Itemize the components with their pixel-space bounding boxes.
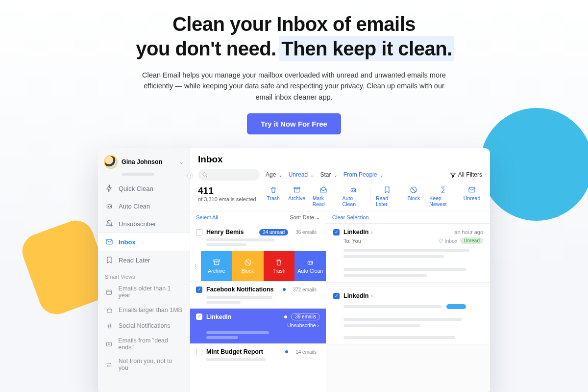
group-name: Mint Budget Report	[206, 348, 281, 355]
nav-label: Inbox	[119, 238, 136, 246]
calendar-icon	[105, 287, 114, 296]
checkbox[interactable]	[333, 229, 340, 235]
svg-point-10	[352, 190, 353, 190]
preview-column: Clear Selection LinkedIn › an hour ago T…	[326, 211, 490, 392]
inbox-icon	[105, 237, 114, 246]
count-subtext: of 3,310 emails selected	[198, 196, 256, 202]
weight-icon	[105, 306, 114, 314]
action-trash[interactable]: Trash	[263, 185, 284, 207]
nav-label: Read Later	[119, 257, 150, 264]
checkbox[interactable]	[196, 314, 202, 320]
nav-label: Auto Clean	[119, 203, 150, 210]
nav-label: Quick Clean	[119, 185, 153, 192]
swipe-auto-clean[interactable]: Auto Clean	[294, 251, 326, 281]
block-icon	[409, 185, 418, 194]
robot-icon	[306, 259, 314, 266]
unread-dot	[283, 288, 286, 291]
nav-quick-clean[interactable]: Quick Clean	[98, 180, 190, 197]
smart-views-label: Smart Views	[98, 269, 190, 282]
sv-label: Emails older than 1 year	[119, 285, 183, 299]
sv-label: Not from you, not to you	[119, 358, 183, 371]
sort-control[interactable]: Sort: Date ⌄	[290, 214, 320, 221]
smart-larger-1mb[interactable]: Emails larger than 1MB	[98, 302, 190, 318]
action-keep-newest[interactable]: Keep Newest	[427, 185, 459, 207]
nav-read-later[interactable]: Read Later	[98, 251, 190, 269]
lightning-icon	[105, 184, 114, 193]
unread-dot	[284, 315, 287, 318]
checkbox[interactable]	[196, 349, 202, 355]
action-separator	[370, 189, 370, 204]
svg-point-17	[309, 262, 309, 263]
svg-point-2	[110, 206, 110, 207]
hero-heading: Clean your Inbox of emails you don't nee…	[0, 12, 588, 61]
group-row[interactable]: Henry Bemis 24 unread 36 emails	[190, 224, 326, 251]
checkbox[interactable]	[333, 293, 340, 299]
nav-auto-clean[interactable]: Auto Clean	[98, 197, 190, 215]
profile-subtext-skeleton	[122, 173, 154, 176]
smart-not-you[interactable]: Not from you, not to you	[98, 354, 190, 375]
preview-card[interactable]: LinkedIn ›	[326, 287, 490, 344]
action-mark-read[interactable]: Mark Read	[310, 185, 337, 207]
svg-rect-3	[106, 239, 112, 244]
mail-read-icon	[319, 185, 328, 194]
filter-unread[interactable]: Unread ⌄	[289, 171, 315, 178]
preview-title: LinkedIn ›	[343, 292, 373, 299]
profile-row[interactable]: Gina Johnson ⌄	[98, 148, 190, 173]
robot-icon	[349, 185, 358, 194]
svg-rect-4	[107, 290, 112, 294]
smart-dead-ends[interactable]: Emails from "dead ends"	[98, 334, 190, 354]
archive-icon	[213, 259, 220, 266]
action-block[interactable]: Block	[403, 185, 424, 207]
swipe-block[interactable]: Block	[232, 251, 264, 281]
action-read-later[interactable]: Read Later	[373, 185, 400, 207]
bookmark-icon	[105, 256, 114, 264]
hero-line1: Clean your Inbox of emails	[172, 13, 416, 35]
filter-from-people[interactable]: From People ⌄	[343, 171, 384, 178]
select-all-link[interactable]: Select All	[196, 214, 218, 221]
groups-column: Select All Sort: Date ⌄ Henry Bemis 24 u…	[190, 211, 326, 392]
cta-button[interactable]: Try it Now For Free	[247, 113, 341, 134]
page-title: Inbox	[198, 154, 482, 165]
sidebar: Gina Johnson ⌄ ‹ Quick Clean Auto Clean …	[98, 148, 190, 392]
action-archive[interactable]: Archive	[287, 185, 307, 207]
tag-icon	[438, 238, 443, 243]
swipe-trash[interactable]: Trash	[264, 251, 295, 281]
svg-rect-13	[469, 187, 475, 192]
group-name: Henry Bemis	[206, 229, 255, 235]
preview-title: LinkedIn ›	[343, 229, 373, 235]
swipe-archive[interactable]: Archive	[201, 251, 232, 281]
svg-point-11	[354, 190, 355, 190]
count-row: 411 of 3,310 emails selected Trash Archi…	[190, 181, 490, 211]
smart-social[interactable]: Social Notifications	[98, 318, 190, 334]
drag-handle[interactable]: ⋮	[190, 251, 201, 281]
count-badge: 36 emails	[292, 229, 320, 235]
group-row[interactable]: Mint Budget Report 14 emails	[190, 343, 326, 366]
action-auto-clean[interactable]: Auto Clean	[340, 185, 367, 207]
unsubscribe-link[interactable]: Unsubscribe ›	[196, 322, 320, 328]
count-badge: 39 emails	[291, 313, 320, 320]
filter-star[interactable]: Star ⌄	[320, 171, 337, 178]
smart-older-1year[interactable]: Emails older than 1 year	[98, 282, 190, 302]
preview-card[interactable]: LinkedIn › an hour ago To: You Inbox Unr…	[326, 224, 490, 283]
group-name: Facebook Notifications	[206, 286, 279, 293]
sv-label: Emails larger than 1MB	[119, 307, 182, 314]
clear-selection-link[interactable]: Clear Selection	[326, 211, 490, 224]
search-input[interactable]	[198, 169, 260, 181]
action-unread[interactable]: Unread	[462, 185, 482, 207]
all-filters-button[interactable]: All Filters	[450, 171, 482, 178]
checkbox[interactable]	[196, 287, 202, 293]
svg-point-1	[108, 206, 108, 207]
nav-inbox[interactable]: Inbox	[98, 233, 190, 251]
trash-icon	[269, 185, 278, 194]
dead-end-icon	[105, 340, 113, 348]
list-toolbar: Select All Sort: Date ⌄	[190, 211, 326, 224]
mail-icon	[467, 185, 476, 194]
hero-description: Clean Email helps you manage your mailbo…	[137, 70, 451, 103]
filter-age[interactable]: Age ⌄	[266, 171, 283, 178]
collapse-handle[interactable]: ‹	[187, 173, 193, 179]
group-row[interactable]: Facebook Notifications 372 emails	[190, 281, 326, 308]
svg-rect-9	[351, 188, 356, 192]
group-row-selected[interactable]: LinkedIn 39 emails Unsubscribe ›	[190, 308, 326, 343]
nav-unsubscriber[interactable]: Unsubscriber	[98, 215, 190, 233]
checkbox[interactable]	[196, 229, 202, 235]
